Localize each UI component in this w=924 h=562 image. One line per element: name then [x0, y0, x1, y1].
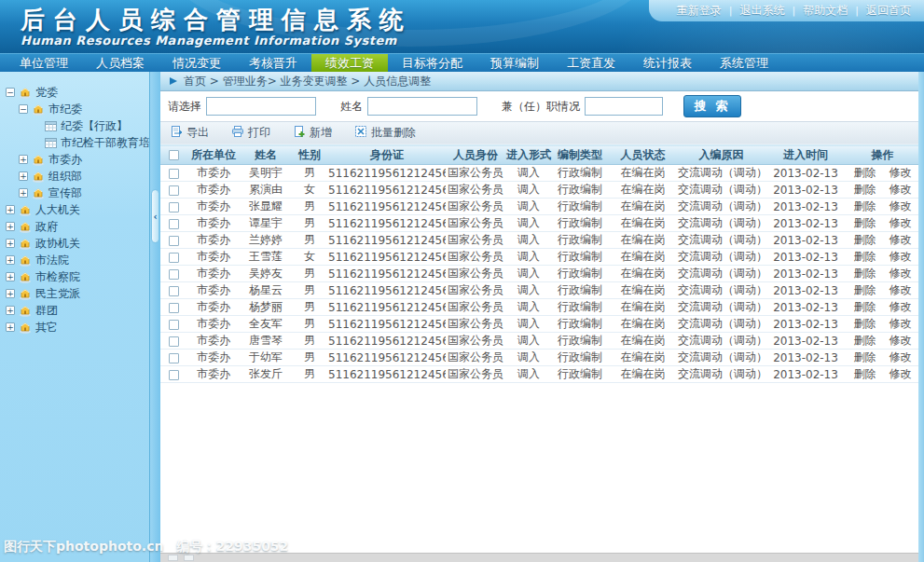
nav-item[interactable]: 工资直发 — [553, 54, 629, 72]
row-edit-link[interactable]: 修改 — [890, 334, 912, 347]
tree-item[interactable]: + 组织部 — [0, 168, 149, 185]
expand-toggle-icon[interactable]: + — [6, 222, 15, 231]
tree-item[interactable]: + 政协机关 — [0, 235, 149, 252]
print-button[interactable]: 打印 — [231, 125, 270, 141]
nav-item[interactable]: 绩效工资 — [311, 54, 388, 72]
row-checkbox[interactable] — [169, 269, 179, 280]
nav-item[interactable]: 情况变更 — [159, 54, 235, 72]
tree-item[interactable]: 纪委【行政】 — [0, 117, 149, 134]
collapse-toggle-icon[interactable]: − — [19, 104, 28, 114]
name-input[interactable] — [367, 97, 477, 116]
expand-toggle-icon[interactable]: + — [19, 188, 28, 198]
row-delete-link[interactable]: 删除 — [854, 334, 876, 347]
expand-toggle-icon[interactable]: + — [6, 255, 15, 265]
header-link[interactable]: 重新登录 — [677, 3, 722, 19]
select-all-checkbox[interactable] — [169, 150, 179, 160]
header-link[interactable]: 返回首页 — [866, 3, 911, 19]
row-checkbox[interactable] — [169, 303, 179, 313]
tree-item-label: 党委 — [35, 85, 58, 101]
nav-item[interactable]: 预算编制 — [476, 54, 553, 72]
row-delete-link[interactable]: 删除 — [854, 267, 876, 280]
row-edit-link[interactable]: 修改 — [890, 267, 912, 280]
tree-item[interactable]: + 政府 — [0, 218, 149, 235]
tree-item[interactable]: − 党委 — [0, 84, 149, 101]
row-delete-link[interactable]: 删除 — [854, 350, 876, 363]
row-edit-link[interactable]: 修改 — [890, 250, 912, 263]
header-link[interactable]: 帮助文档 — [803, 3, 848, 19]
row-delete-link[interactable]: 删除 — [854, 317, 876, 330]
table-row: 市委办累演由女511621195612124567国家公务员调入行政编制在编在岗… — [160, 182, 918, 199]
export-button[interactable]: 导出 — [170, 125, 209, 141]
row-edit-link[interactable]: 修改 — [890, 183, 912, 196]
tree-item[interactable]: + 市检察院 — [0, 268, 149, 285]
cell: 国家公务员 — [446, 366, 505, 383]
row-edit-link[interactable]: 修改 — [890, 199, 912, 212]
row-delete-link[interactable]: 删除 — [854, 233, 876, 246]
row-delete-link[interactable]: 删除 — [854, 250, 876, 263]
nav-item[interactable]: 考核晋升 — [235, 54, 311, 72]
tree-item-label: 宣传部 — [48, 185, 82, 201]
nav-item[interactable]: 统计报表 — [629, 54, 706, 72]
tree-item[interactable]: + 市委办 — [0, 151, 149, 168]
row-checkbox[interactable] — [169, 353, 179, 363]
expand-toggle-icon[interactable]: + — [19, 155, 28, 164]
row-checkbox[interactable] — [169, 169, 179, 179]
row-checkbox[interactable] — [169, 286, 179, 296]
tree-item[interactable]: + 民主党派 — [0, 285, 149, 302]
expand-toggle-icon[interactable]: + — [6, 306, 15, 315]
row-edit-link[interactable]: 修改 — [890, 166, 912, 179]
row-delete-link[interactable]: 删除 — [854, 283, 876, 296]
column-header: 编制类型 — [552, 145, 608, 165]
personnel-table: 所在单位姓名性别身份证人员身份进入形式编制类型人员状态入编原因进入时间操作 市委… — [160, 144, 918, 383]
expand-toggle-icon[interactable]: + — [6, 205, 15, 214]
row-checkbox[interactable] — [169, 185, 179, 196]
row-checkbox[interactable] — [169, 336, 179, 347]
tree-item[interactable]: + 群团 — [0, 302, 149, 319]
table-icon — [45, 121, 57, 131]
row-edit-link[interactable]: 修改 — [890, 283, 912, 296]
expand-toggle-icon[interactable]: + — [6, 239, 15, 248]
tree-item[interactable]: − 市纪委 — [0, 101, 149, 117]
row-delete-link[interactable]: 删除 — [854, 367, 876, 380]
row-edit-link[interactable]: 修改 — [890, 233, 912, 246]
nav-item[interactable]: 目标将分配 — [388, 54, 476, 72]
expand-toggle-icon[interactable]: + — [6, 272, 15, 281]
row-checkbox[interactable] — [169, 253, 179, 263]
select-input[interactable] — [206, 97, 316, 116]
tree-item[interactable]: 市纪检干部教育培训中心 — [0, 134, 149, 151]
row-checkbox[interactable] — [169, 236, 179, 246]
row-delete-link[interactable]: 删除 — [854, 183, 876, 196]
tree-item[interactable]: + 人大机关 — [0, 201, 149, 218]
sidebar-collapse-handle[interactable]: ‹ — [151, 189, 159, 243]
nav-item[interactable]: 单位管理 — [6, 54, 82, 72]
nav-item[interactable]: 系统管理 — [706, 54, 782, 72]
tree-item[interactable]: + 宣传部 — [0, 185, 149, 201]
row-edit-link[interactable]: 修改 — [890, 350, 912, 363]
row-edit-link[interactable]: 修改 — [890, 216, 912, 229]
cell: 511621195612124567 — [328, 215, 446, 232]
nav-item[interactable]: 人员档案 — [82, 54, 159, 72]
row-delete-link[interactable]: 删除 — [854, 300, 876, 313]
add-button[interactable]: 新增 — [293, 125, 332, 141]
row-checkbox[interactable] — [169, 370, 179, 380]
header-link[interactable]: 退出系统 — [740, 3, 785, 19]
row-edit-link[interactable]: 修改 — [890, 300, 912, 313]
row-edit-link[interactable]: 修改 — [890, 317, 912, 330]
search-button[interactable]: 搜 索 — [683, 95, 741, 117]
expand-toggle-icon[interactable]: + — [6, 322, 15, 332]
expand-toggle-icon[interactable]: + — [19, 171, 28, 181]
row-checkbox[interactable] — [169, 202, 179, 212]
job-input[interactable] — [585, 97, 663, 116]
row-delete-link[interactable]: 删除 — [854, 216, 876, 229]
row-checkbox[interactable] — [169, 219, 179, 229]
row-checkbox[interactable] — [169, 320, 179, 330]
row-delete-link[interactable]: 删除 — [854, 166, 876, 179]
cell: 国家公务员 — [446, 333, 505, 350]
collapse-toggle-icon[interactable]: − — [6, 88, 15, 97]
expand-toggle-icon[interactable]: + — [6, 289, 15, 298]
row-edit-link[interactable]: 修改 — [890, 367, 912, 380]
tree-item[interactable]: + 其它 — [0, 319, 149, 336]
row-delete-link[interactable]: 删除 — [854, 199, 876, 212]
batch-delete-button[interactable]: 批量删除 — [354, 125, 416, 141]
tree-item[interactable]: + 市法院 — [0, 252, 149, 268]
